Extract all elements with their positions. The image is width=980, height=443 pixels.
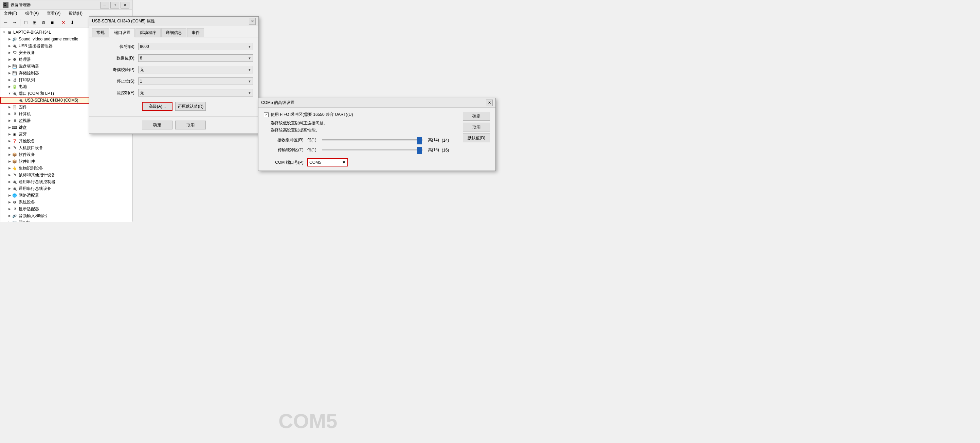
receive-low-label: 低(1)	[307, 137, 317, 143]
toolbar-delete-button[interactable]: ✕	[59, 18, 68, 27]
tree-other-toggle[interactable]: ▶	[7, 139, 12, 143]
menu-file[interactable]: 文件(F)	[2, 10, 18, 17]
tree-item-software-dev[interactable]: ▶ 📦 软件设备	[0, 151, 132, 158]
tree-hid-toggle[interactable]: ▶	[7, 145, 12, 150]
transmit-buffer-label: 传输缓冲区(T):	[264, 147, 305, 153]
tree-processor-toggle[interactable]: ▶	[7, 57, 12, 62]
transmit-slider-track[interactable]	[322, 149, 422, 151]
tree-disk-toggle[interactable]: ▶	[7, 64, 12, 69]
tree-item-other[interactable]: ▶ ❓ 其他设备	[0, 138, 132, 144]
adv-cancel-button[interactable]: 取消	[463, 123, 490, 131]
adv-close-button[interactable]: ✕	[486, 100, 490, 106]
tab-details[interactable]: 详细信息	[161, 28, 186, 37]
adv-ok-button[interactable]: 确定	[463, 112, 490, 121]
transmit-slider-thumb[interactable]	[417, 147, 422, 154]
tree-display-toggle[interactable]: ▶	[7, 207, 12, 211]
tree-sw-dev-toggle[interactable]: ▶	[7, 152, 12, 157]
props-footer: 确定 取消	[89, 116, 258, 134]
toolbar-btn-2[interactable]: ⊞	[30, 18, 39, 27]
toolbar-scan-button[interactable]: ⬇	[68, 18, 76, 27]
receive-slider-track[interactable]	[322, 139, 422, 141]
tree-item-hid[interactable]: ▶ 🖱 人机接口设备	[0, 144, 132, 151]
tree-item-network[interactable]: ▶ 🌐 网络适配器	[0, 192, 132, 199]
tree-sys-toggle[interactable]: ▶	[7, 200, 12, 204]
data-bits-select[interactable]: 8 ▼	[138, 54, 253, 62]
back-button[interactable]: ←	[2, 18, 10, 27]
tree-root-toggle[interactable]: ▼	[2, 30, 6, 35]
tree-battery-toggle[interactable]: ▶	[7, 84, 12, 89]
flow-control-select[interactable]: 无 ▼	[138, 89, 253, 97]
toolbar-btn-1[interactable]: □	[22, 18, 30, 27]
tree-usb-ctrl-toggle[interactable]: ▶	[7, 179, 12, 184]
tree-sw-dev-icon: 📦	[12, 152, 18, 157]
tree-item-mouse[interactable]: ▶ 🖱 鼠标和其他指针设备	[0, 172, 132, 178]
maximize-button[interactable]: □	[110, 2, 119, 8]
tab-general[interactable]: 常规	[92, 28, 109, 37]
advanced-dialog: COM5 的高级设置 ✕ ✓ 使用 FIFO 缓冲区(需要 16550 兼容 U…	[258, 98, 490, 171]
adv-title: COM5 的高级设置	[261, 100, 486, 106]
tree-camera-toggle[interactable]: ▶	[7, 220, 12, 222]
tree-item-display[interactable]: ▶ 🖥 显示适配器	[0, 206, 132, 212]
tree-usb-conn-toggle[interactable]: ▶	[7, 43, 12, 48]
tab-driver[interactable]: 驱动程序	[135, 28, 161, 37]
tree-computer-toggle[interactable]: ▶	[7, 112, 12, 116]
adv-default-button[interactable]: 默认值(D)	[463, 134, 490, 142]
tree-usb-dev-toggle[interactable]: ▶	[7, 186, 12, 191]
props-title: USB-SERIAL CH340 (COM5) 属性	[92, 18, 249, 24]
tree-hid-icon: 🖱	[12, 145, 18, 150]
menu-view[interactable]: 查看(V)	[46, 10, 62, 17]
tree-firmware-label: 固件	[19, 104, 27, 110]
tree-item-biometric[interactable]: ▶ 👆 生物识别设备	[0, 165, 132, 172]
tree-storage-toggle[interactable]: ▶	[7, 71, 12, 75]
tree-item-camera[interactable]: ▶ 📷 照相机	[0, 219, 132, 222]
tree-monitor-toggle[interactable]: ▶	[7, 118, 12, 123]
advanced-button[interactable]: 高级(A)...	[142, 102, 172, 111]
tree-firmware-toggle[interactable]: ▶	[7, 105, 12, 109]
receive-slider-thumb[interactable]	[417, 137, 422, 144]
baud-rate-select[interactable]: 9600 ▼	[138, 43, 253, 50]
toolbar-btn-3[interactable]: 🖥	[40, 18, 48, 27]
receive-value: (14)	[442, 138, 452, 143]
tree-computer-icon: 🖥	[12, 111, 18, 116]
tree-print-toggle[interactable]: ▶	[7, 78, 12, 82]
tree-item-software-comp[interactable]: ▶ 📦 软件组件	[0, 158, 132, 165]
tree-mouse-toggle[interactable]: ▶	[7, 172, 12, 177]
tree-sound-toggle[interactable]: ▶	[7, 37, 12, 41]
props-cancel-button[interactable]: 取消	[175, 121, 206, 129]
tree-root-label: LAPTOP-BKAFH34L	[13, 30, 51, 35]
minimize-button[interactable]: ─	[100, 2, 109, 8]
tree-item-audio[interactable]: ▶ 🔊 音频输入和输出	[0, 212, 132, 219]
tree-print-label: 打印队列	[19, 77, 35, 83]
tree-keyboard-toggle[interactable]: ▶	[7, 125, 12, 130]
tree-item-system[interactable]: ▶ ⚙ 系统设备	[0, 199, 132, 206]
restore-default-button[interactable]: 还原默认值(R)	[175, 102, 206, 111]
props-titlebar: USB-SERIAL CH340 (COM5) 属性 ✕	[89, 17, 258, 26]
close-button[interactable]: ✕	[121, 2, 129, 8]
tree-bio-toggle[interactable]: ▶	[7, 166, 12, 171]
props-ok-button[interactable]: 确定	[142, 121, 172, 129]
tree-audio-toggle[interactable]: ▶	[7, 214, 12, 218]
tree-sound-icon: 🔊	[12, 37, 18, 42]
tree-audio-icon: 🔊	[12, 213, 18, 218]
menu-help[interactable]: 帮助(H)	[67, 10, 84, 17]
props-close-button[interactable]: ✕	[249, 18, 256, 25]
stop-bits-select[interactable]: 1 ▼	[138, 78, 253, 85]
com-port-label: COM 端口号(P):	[264, 160, 305, 166]
parity-select[interactable]: 无 ▼	[138, 66, 253, 73]
tab-events[interactable]: 事件	[187, 28, 204, 37]
com-port-select[interactable]: COM5 ▼	[307, 158, 348, 166]
fifo-checkbox[interactable]: ✓	[264, 112, 269, 117]
menu-action[interactable]: 操作(A)	[24, 10, 40, 17]
tree-item-usb-ctrl[interactable]: ▶ 🔌 通用串行总线控制器	[0, 178, 132, 185]
tree-bluetooth-toggle[interactable]: ▶	[7, 132, 12, 137]
tree-sw-comp-toggle[interactable]: ▶	[7, 159, 12, 164]
tree-security-toggle[interactable]: ▶	[7, 50, 12, 55]
tree-item-usb-dev[interactable]: ▶ 🔌 通用串行总线设备	[0, 185, 132, 192]
tree-mouse-icon: 🖱	[12, 172, 18, 178]
tree-net-toggle[interactable]: ▶	[7, 193, 12, 198]
tab-port-settings[interactable]: 端口设置	[110, 28, 135, 37]
tree-usb-conn-icon: 🔌	[12, 43, 18, 49]
tree-com-toggle[interactable]: ▼	[7, 91, 12, 96]
toolbar-btn-4[interactable]: ■	[48, 18, 56, 27]
forward-button[interactable]: →	[11, 18, 19, 27]
